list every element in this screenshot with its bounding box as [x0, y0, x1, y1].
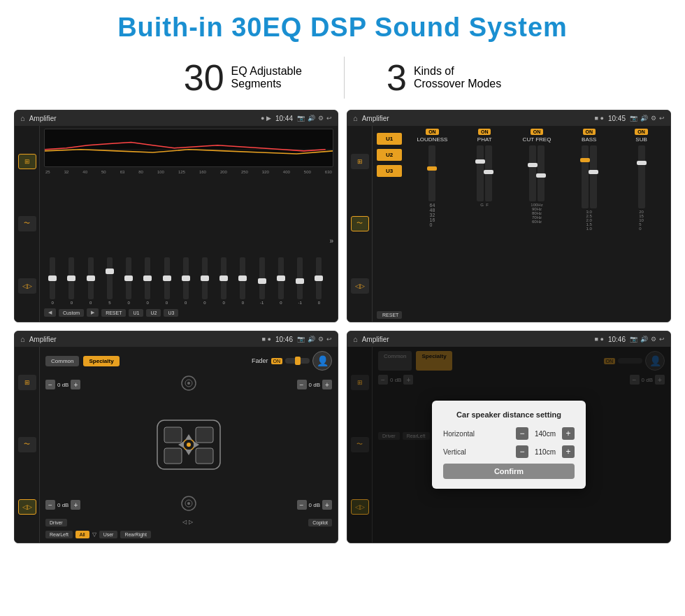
svg-rect-5 — [164, 427, 182, 443]
loudness-scale: 644832160 — [430, 203, 435, 227]
col-phat: ON PHAT G F — [460, 129, 510, 319]
screen3-title: Amplifier — [29, 336, 258, 343]
screen-dialog: ⌂ Amplifier ■ ● 10:46 📷 🔊 ⚙ ↩ ⊞ 〜 ◁▷ Com… — [347, 331, 671, 543]
eq-prev-btn[interactable]: ◀ — [44, 308, 56, 317]
db-minus-rr[interactable]: − — [297, 500, 307, 510]
eq-bottom-bar: ◀ Custom ▶ RESET U1 U2 U3 — [44, 306, 333, 319]
screen1-sidebar: ⊞ 〜 ◁▷ — [15, 126, 40, 322]
volume-icon-4: 🔊 — [640, 336, 648, 343]
db-plus-fr[interactable]: + — [322, 380, 332, 389]
top-bar-4-icons: 📷 🔊 ⚙ ↩ — [630, 336, 665, 343]
sidebar2-vol-btn[interactable]: ◁▷ — [351, 278, 369, 294]
preset-u3-btn[interactable]: U3 — [377, 165, 402, 177]
home-icon[interactable]: ⌂ — [20, 114, 25, 122]
svg-point-17 — [187, 502, 190, 505]
sidebar3-vol-btn[interactable]: ◁▷ — [18, 499, 36, 515]
horizontal-plus-btn[interactable]: + — [562, 427, 575, 440]
nav-copilot-btn[interactable]: Copilot — [308, 519, 332, 527]
crossover-reset-btn[interactable]: RESET — [377, 311, 402, 319]
sub-label: SUB — [635, 136, 647, 143]
preset-u2-btn[interactable]: U2 — [377, 149, 402, 161]
db-plus-rr[interactable]: + — [322, 500, 332, 510]
horizontal-value: 140cm — [531, 430, 559, 438]
sidebar3-eq-btn[interactable]: ⊞ — [18, 375, 36, 390]
eq-next-btn[interactable]: ▶ — [87, 308, 99, 317]
nav-all-btn[interactable]: All — [75, 531, 89, 538]
fader-on-badge[interactable]: ON — [271, 358, 283, 364]
db-minus-rl[interactable]: − — [45, 500, 55, 510]
phat-on[interactable]: ON — [478, 129, 491, 135]
horizontal-minus-btn[interactable]: − — [516, 427, 528, 440]
home-icon-2[interactable]: ⌂ — [353, 114, 358, 122]
svg-rect-8 — [196, 448, 213, 464]
eq-more-icon[interactable]: » — [330, 237, 334, 245]
profile-icon[interactable]: 👤 — [312, 351, 332, 371]
svg-point-3 — [187, 382, 190, 385]
cutfreq-on[interactable]: ON — [531, 129, 544, 135]
confirm-button[interactable]: Confirm — [443, 464, 575, 479]
eq-graph — [44, 129, 333, 167]
eq-slider-4: 5 — [101, 257, 118, 305]
db-minus-fr[interactable]: − — [297, 380, 307, 389]
eq-slider-14: -1 — [291, 257, 308, 305]
back-icon[interactable]: ↩ — [326, 115, 332, 122]
sidebar-eq-btn[interactable]: ⊞ — [18, 154, 36, 169]
loudness-label: LOUDNESS — [417, 136, 447, 143]
eq-slider-13: 0 — [273, 257, 289, 305]
back-icon-4[interactable]: ↩ — [659, 336, 665, 343]
nav-left-icon[interactable]: ◁ — [182, 519, 187, 525]
preset-u1-btn[interactable]: U1 — [377, 133, 402, 145]
screens-grid: ⌂ Amplifier ● ▶ 10:44 📷 🔊 ⚙ ↩ ⊞ 〜 ◁▷ — [0, 110, 685, 550]
stat-crossover: 3 Kinds of Crossover Modes — [345, 57, 543, 99]
eq-u1-btn[interactable]: U1 — [129, 309, 143, 317]
db-plus-fl[interactable]: + — [71, 380, 80, 389]
home-icon-3[interactable]: ⌂ — [20, 335, 25, 343]
loudness-sliders — [428, 145, 435, 201]
db-control-fr: − 0 dB + — [297, 380, 332, 389]
specialty-tab[interactable]: Specialty — [83, 356, 119, 366]
eq-slider-7: 0 — [158, 257, 175, 305]
screen1-title: Amplifier — [29, 115, 257, 122]
dialog-horizontal-row: Horizontal − 140cm + — [443, 427, 575, 440]
sidebar-wave-btn[interactable]: 〜 — [18, 216, 36, 231]
eq-preset-label: Custom — [59, 309, 84, 317]
nav-user-btn[interactable]: User — [99, 531, 118, 538]
sidebar2-eq-btn[interactable]: ⊞ — [351, 154, 369, 169]
vertical-minus-btn[interactable]: − — [516, 445, 528, 458]
db-plus-rl[interactable]: + — [71, 500, 80, 510]
loudness-on[interactable]: ON — [426, 129, 439, 135]
eq-slider-5: 0 — [120, 257, 137, 305]
eq-u3-btn[interactable]: U3 — [164, 309, 178, 317]
nav-rearright-btn[interactable]: RearRight — [120, 531, 151, 538]
eq-u2-btn[interactable]: U2 — [146, 309, 161, 317]
sidebar-vol-btn[interactable]: ◁▷ — [18, 278, 36, 294]
back-icon-2[interactable]: ↩ — [659, 115, 665, 122]
eq-freq-labels: 253240506380100125160200250320400500630 — [44, 170, 333, 174]
sidebar2-wave-btn[interactable]: 〜 — [351, 216, 369, 231]
phat-labels: G F — [480, 203, 489, 207]
db-minus-fl[interactable]: − — [45, 380, 55, 389]
fader-label: Fader — [252, 357, 268, 364]
sub-sliders — [638, 145, 645, 208]
home-icon-4[interactable]: ⌂ — [353, 335, 358, 343]
bass-on[interactable]: ON — [583, 129, 596, 135]
common-tab[interactable]: Common — [45, 356, 79, 366]
eq-reset-btn[interactable]: RESET — [101, 309, 126, 317]
back-icon-3[interactable]: ↩ — [326, 336, 332, 343]
dialog-vertical-row: Vertical − 110cm + — [443, 445, 575, 458]
eq-slider-1: 0 — [44, 257, 61, 305]
nav-driver-btn[interactable]: Driver — [45, 519, 67, 527]
nav-down-icon[interactable]: ▽ — [92, 531, 96, 538]
nav-rearleft-btn[interactable]: RearLeft — [45, 531, 73, 538]
vertical-value: 110cm — [531, 448, 559, 456]
cutfreq-freqs: 100Hz90Hz80Hz70Hz60Hz — [531, 203, 542, 224]
sub-on[interactable]: ON — [635, 129, 648, 135]
fader-slider-h — [285, 358, 310, 364]
screen3-sidebar: ⊞ 〜 ◁▷ — [15, 347, 40, 543]
sidebar3-wave-btn[interactable]: 〜 — [18, 437, 36, 452]
svg-rect-6 — [196, 427, 213, 443]
vertical-plus-btn[interactable]: + — [562, 445, 575, 458]
screen1-dot: ● ▶ — [261, 115, 271, 122]
db-val-fr: 0 dB — [309, 382, 320, 388]
nav-right-icon[interactable]: ▷ — [189, 519, 193, 525]
